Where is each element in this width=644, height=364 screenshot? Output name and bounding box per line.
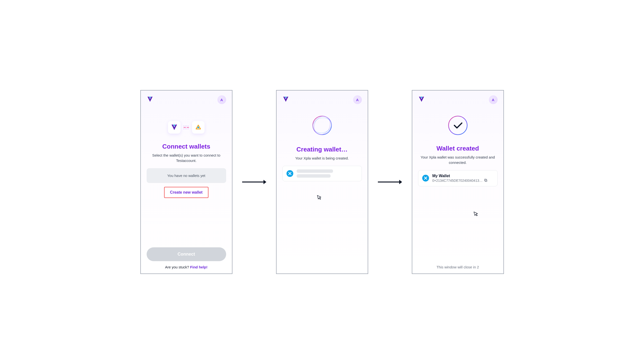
empty-wallets-notice: You have no wallets yet xyxy=(147,168,226,183)
create-new-wallet-button[interactable]: Create new wallet xyxy=(164,187,208,198)
page-title: Creating wallet… xyxy=(296,146,348,153)
cursor-icon xyxy=(317,194,322,201)
avatar[interactable]: A xyxy=(353,95,362,104)
xpla-coin-icon xyxy=(422,175,429,182)
copy-icon[interactable] xyxy=(484,178,487,183)
page-title: Wallet created xyxy=(437,145,479,152)
flow-arrow-icon xyxy=(242,178,266,186)
page-subtitle: Your Xpla wallet is being created. xyxy=(295,156,349,161)
panel-creating-wallet: A Creating wallet… Your Xpla wallet is b… xyxy=(276,90,368,274)
skeleton-line xyxy=(297,170,333,173)
connect-button[interactable]: Connect xyxy=(147,247,226,261)
brand-logo-icon xyxy=(418,96,425,104)
svg-point-3 xyxy=(311,116,333,135)
xpla-coin-icon xyxy=(287,170,293,177)
loading-spinner-icon xyxy=(311,114,334,138)
wallet-address: 0×2134C7745DE70240040413… xyxy=(433,178,483,182)
avatar-letter: A xyxy=(356,98,359,102)
closing-notice: This window will close in 2 xyxy=(437,265,479,269)
panel-footer: Connect Are you stuck? Find help! xyxy=(147,247,226,269)
brand-logo-icon xyxy=(147,96,153,104)
avatar[interactable]: A xyxy=(218,95,226,104)
panel-header: A xyxy=(147,95,226,104)
svg-point-5 xyxy=(449,116,467,135)
svg-rect-7 xyxy=(485,179,487,181)
wallet-name: My Wallet xyxy=(433,174,494,178)
avatar[interactable]: A xyxy=(489,95,498,104)
panel-footer: This window will close in 2 xyxy=(418,265,498,269)
success-check-icon xyxy=(446,114,470,137)
page-subtitle: Select the wallet(s) you want to connect… xyxy=(149,153,224,163)
connection-dots-icon xyxy=(183,126,189,129)
stuck-text: Are you stuck? xyxy=(165,265,190,269)
brand-tile xyxy=(168,121,180,134)
avatar-letter: A xyxy=(220,98,223,102)
wallet-card[interactable]: My Wallet 0×2134C7745DE70240040413… xyxy=(418,170,498,186)
wallet-tile xyxy=(192,121,204,134)
svg-rect-6 xyxy=(485,180,487,182)
cursor-icon xyxy=(473,210,479,218)
connect-illustration xyxy=(168,121,204,134)
page-title: Connect wallets xyxy=(162,143,210,150)
panel-connect-wallets: A Connect wallets Select the wallet(s) y… xyxy=(140,90,233,274)
wallet-skeleton-card xyxy=(282,166,362,181)
svg-point-2 xyxy=(311,114,333,137)
skeleton-line xyxy=(297,174,331,178)
page-subtitle: Your Xpla wallet was successfully create… xyxy=(420,155,495,165)
flow-arrow-icon xyxy=(378,178,402,186)
panel-header: A xyxy=(282,95,362,104)
help-line: Are you stuck? Find help! xyxy=(165,265,207,269)
find-help-link[interactable]: Find help! xyxy=(190,265,207,269)
brand-logo-icon xyxy=(282,96,289,104)
panel-header: A xyxy=(418,95,498,104)
panel-wallet-created: A Wallet created Your Xpla wallet was su… xyxy=(412,90,504,274)
avatar-letter: A xyxy=(492,98,495,102)
